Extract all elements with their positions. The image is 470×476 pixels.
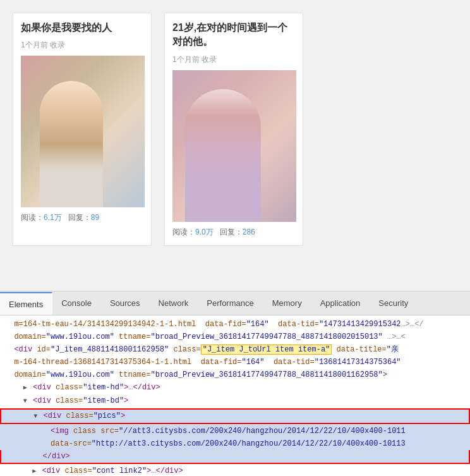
page-content: 如果你是我要找的人 1个月前 收录 阅读：6.1万 回复：89 21岁,在对的时… — [0, 0, 470, 291]
card-1-read-label: 阅读： — [21, 213, 44, 222]
devtools-code-view[interactable]: m=164-tm-eau-14/314134299134942-1-1.html… — [0, 315, 470, 476]
card-2-meta: 1个月前 收录 — [172, 54, 295, 65]
tab-performance-label: Performance — [207, 298, 253, 308]
tab-memory-label: Memory — [272, 298, 302, 308]
tab-console-label: Console — [61, 298, 92, 308]
card-2-reply-label: 回复： — [220, 228, 243, 236]
tab-security[interactable]: Security — [370, 291, 418, 315]
code-line-9: <img class src="//att3.citysbs.com/200x2… — [0, 425, 470, 437]
code-line-4: m-164-thread-13681417314375364-1-1.html … — [0, 356, 470, 369]
card-2-stats: 阅读：9.0万 回复：286 — [172, 227, 295, 238]
card-2-reply-num: 286 — [243, 228, 255, 236]
card-2[interactable]: 21岁,在对的时间遇到一个对的他。 1个月前 收录 阅读：9.0万 回复：286 — [164, 13, 303, 246]
card-1-title: 如果你是我要找的人 — [21, 21, 143, 35]
code-lines: m=164-tm-eau-14/314134299134942-1-1.html… — [0, 315, 470, 476]
code-line-8: <div class="pics"> — [0, 408, 470, 424]
cards-list: 如果你是我要找的人 1个月前 收录 阅读：6.1万 回复：89 21岁,在对的时… — [13, 6, 457, 252]
code-line-11: </div> — [0, 450, 470, 464]
card-1-read-num: 6.1万 — [44, 213, 62, 222]
code-line-10: data-src="http://att3.citysbs.com/200x24… — [0, 437, 470, 450]
tab-elements[interactable]: Elements — [0, 292, 52, 315]
tab-network-label: Network — [159, 298, 189, 308]
card-2-read-num: 9.0万 — [195, 228, 214, 236]
code-line-6: <div class="item-hd">…</div> — [0, 381, 470, 394]
tab-performance[interactable]: Performance — [198, 291, 263, 315]
tab-console[interactable]: Console — [52, 291, 101, 315]
tab-memory[interactable]: Memory — [263, 291, 311, 315]
tab-application[interactable]: Application — [311, 291, 370, 315]
tab-network[interactable]: Network — [150, 291, 198, 315]
tab-security-label: Security — [378, 298, 408, 308]
card-1-reply-label: 回复： — [68, 213, 91, 222]
tab-application-label: Application — [320, 298, 361, 308]
card-1-stats: 阅读：6.1万 回复：89 — [21, 212, 143, 223]
devtools-panel: Elements Console Sources Network Perform… — [0, 291, 470, 476]
code-line-2: domain="www.19lou.com" ttname="broad_Pre… — [0, 331, 470, 343]
card-2-read-label: 阅读： — [172, 228, 195, 236]
tab-sources-label: Sources — [110, 298, 140, 308]
code-line-12: <div class="cont link2">…</div> — [0, 465, 470, 476]
code-line-1: m=164-tm-eau-14/314134299134942-1-1.html… — [0, 318, 470, 331]
card-1-image — [21, 56, 145, 207]
code-line-3: <div id="J_item_48811418001162958" class… — [0, 343, 470, 356]
devtools-tab-bar: Elements Console Sources Network Perform… — [0, 291, 470, 315]
code-line-7: <div class="item-bd"> — [0, 394, 470, 408]
card-1-reply-num: 89 — [91, 213, 99, 222]
card-2-title: 21岁,在对的时间遇到一个对的他。 — [172, 21, 295, 49]
card-1-meta: 1个月前 收录 — [21, 40, 143, 51]
tab-sources[interactable]: Sources — [101, 291, 150, 315]
card-1[interactable]: 如果你是我要找的人 1个月前 收录 阅读：6.1万 回复：89 — [13, 13, 152, 246]
code-line-5: domain="www.19lou.com" ttname="broad_Pre… — [0, 369, 470, 381]
tab-elements-label: Elements — [9, 300, 43, 309]
card-2-image — [172, 70, 296, 222]
